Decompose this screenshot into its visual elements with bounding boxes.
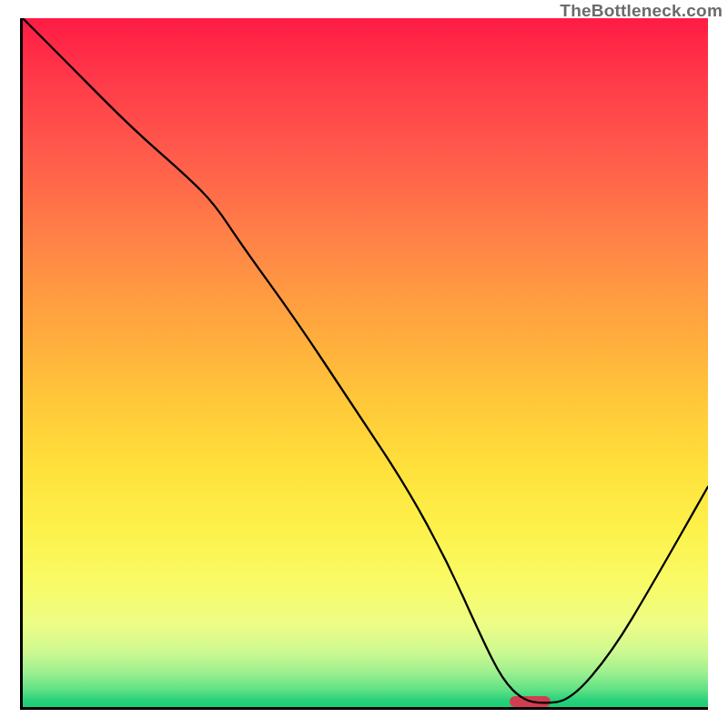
plot-area xyxy=(20,18,708,710)
chart-wrapper: TheBottleneck.com xyxy=(0,0,728,728)
background-gradient xyxy=(23,18,708,707)
optimum-marker xyxy=(510,696,551,707)
